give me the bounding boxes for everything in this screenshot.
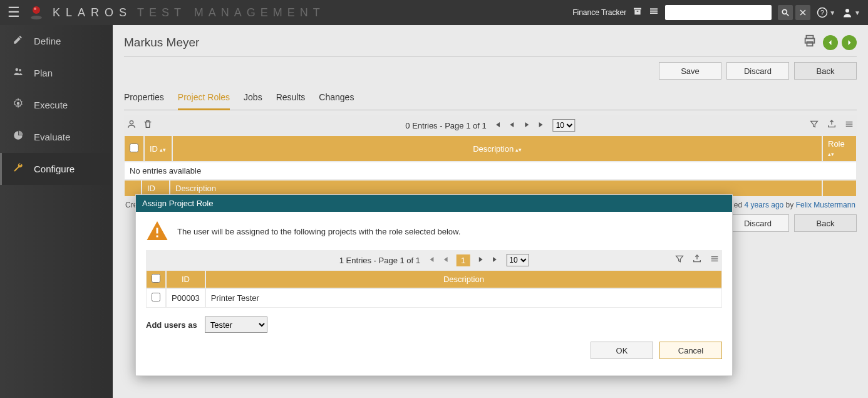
updated-trailing: ed	[734, 201, 742, 209]
wrench-icon	[11, 162, 25, 176]
arrow-right-icon	[845, 39, 853, 46]
cancel-button[interactable]: Cancel	[659, 342, 722, 359]
tab-properties[interactable]: Properties	[124, 87, 164, 110]
sidebar-item-label: Configure	[34, 164, 75, 174]
filter-icon[interactable]	[809, 119, 819, 132]
sidebar: Define Plan Execute Evaluate Configure	[0, 25, 113, 398]
action-button-row: Save Discard Back	[124, 57, 857, 87]
back-button-lower[interactable]: Back	[794, 214, 857, 232]
page-size-select[interactable]: 10	[553, 119, 576, 132]
search-button[interactable]	[778, 5, 793, 20]
export-icon[interactable]	[827, 119, 837, 132]
add-users-label: Add users as	[146, 320, 197, 330]
assign-user-icon[interactable]	[127, 119, 137, 132]
footer-role-blank	[822, 180, 857, 197]
pager-first-icon[interactable]	[426, 255, 435, 266]
klaros-logo-icon	[28, 4, 44, 21]
dialog-title: Assign Project Role	[136, 195, 732, 212]
sidebar-item-define[interactable]: Define	[0, 25, 113, 57]
row-id: P00003	[166, 288, 205, 308]
pager-next-icon[interactable]	[523, 120, 532, 131]
pager-last-icon[interactable]	[491, 255, 500, 266]
svg-point-17	[19, 69, 21, 71]
roles-pager: 0 Entries - Page 1 of 1 10	[405, 119, 575, 132]
dialog-toolbar: 1 Entries - Page 1 of 1 1 10	[146, 250, 722, 270]
svg-rect-6	[650, 8, 658, 9]
pager-prev-icon[interactable]	[508, 120, 517, 131]
dialog-warning-row: The user will be assigned to the followi…	[136, 216, 732, 250]
svg-text:?: ?	[820, 9, 824, 16]
warning-icon	[146, 219, 168, 244]
pager-last-icon[interactable]	[538, 120, 547, 131]
dialog-projects-table: ID Description P00003 Printer Tester	[146, 270, 722, 308]
brand-name: KLAROS	[53, 6, 132, 19]
svg-rect-27	[157, 236, 158, 238]
table-header-row: ID Description Role	[124, 135, 857, 162]
roles-table: ID Description Role	[124, 135, 857, 162]
current-page-badge: 1	[457, 254, 470, 266]
hamburger-menu-icon[interactable]: ☰	[8, 4, 20, 21]
row-description: Printer Tester	[205, 288, 722, 308]
updated-user-link[interactable]: Felix Mustermann	[796, 201, 855, 209]
menu-icon[interactable]	[844, 119, 854, 132]
tab-jobs[interactable]: Jobs	[244, 87, 262, 110]
discard-button[interactable]: Discard	[726, 62, 789, 80]
dialog-warning-text: The user will be assigned to the followi…	[177, 227, 460, 236]
col-id[interactable]: ID	[166, 270, 205, 288]
menu-icon[interactable]	[710, 254, 720, 266]
sidebar-item-label: Plan	[34, 68, 53, 78]
brand-subtitle: TEST MANAGEMENT	[137, 6, 325, 19]
col-id[interactable]: ID	[144, 135, 172, 162]
row-checkbox[interactable]	[146, 288, 166, 308]
sidebar-item-plan[interactable]: Plan	[0, 57, 113, 89]
sidebar-item-evaluate[interactable]: Evaluate	[0, 121, 113, 153]
discard-button-lower[interactable]: Discard	[726, 214, 789, 232]
nav-prev-button[interactable]	[823, 35, 838, 50]
clear-search-button[interactable]	[795, 5, 810, 20]
user-menu[interactable]: ▼	[842, 7, 860, 18]
pager-first-icon[interactable]	[493, 120, 502, 131]
project-label: Finance Tracker	[572, 8, 626, 17]
list-icon[interactable]	[649, 6, 659, 19]
help-menu[interactable]: ? ▼	[817, 7, 835, 18]
select-all-header[interactable]	[146, 270, 166, 288]
back-button[interactable]: Back	[794, 62, 857, 80]
print-icon[interactable]	[803, 34, 817, 51]
col-description[interactable]: Description	[172, 135, 822, 162]
nav-next-button[interactable]	[842, 35, 857, 50]
delete-icon[interactable]	[143, 119, 153, 132]
pager-prev-icon[interactable]	[442, 255, 450, 266]
svg-rect-3	[634, 8, 641, 10]
role-select[interactable]: Tester	[205, 317, 267, 333]
search-icon	[781, 8, 790, 17]
updated-ago-link[interactable]: 4 years ago	[745, 201, 784, 209]
pager-next-icon[interactable]	[476, 255, 485, 266]
tab-changes[interactable]: Changes	[319, 87, 354, 110]
no-entries-text: No entries available	[124, 162, 857, 180]
filter-icon[interactable]	[674, 254, 685, 266]
dialog-page-size-select[interactable]: 10	[506, 254, 529, 266]
tab-results[interactable]: Results	[276, 87, 306, 110]
export-icon[interactable]	[692, 254, 702, 266]
col-description[interactable]: Description	[205, 270, 722, 288]
dialog-actions: OK Cancel	[136, 338, 732, 368]
roles-toolbar: 0 Entries - Page 1 of 1 10	[124, 115, 857, 135]
save-button[interactable]: Save	[659, 62, 721, 80]
select-all-header[interactable]	[124, 135, 144, 162]
table-header-row: ID Description	[146, 270, 722, 288]
ok-button[interactable]: OK	[591, 342, 653, 359]
svg-point-16	[16, 68, 19, 71]
svg-point-1	[33, 6, 40, 14]
search-input[interactable]	[665, 5, 772, 20]
sidebar-item-configure[interactable]: Configure	[0, 153, 113, 185]
col-role[interactable]: Role	[822, 135, 857, 162]
sidebar-item-label: Evaluate	[34, 132, 70, 142]
archive-icon[interactable]	[633, 6, 643, 19]
table-row[interactable]: P00003 Printer Tester	[146, 288, 722, 308]
by-text2: by	[786, 201, 794, 209]
arrow-left-icon	[827, 39, 834, 46]
sidebar-item-execute[interactable]: Execute	[0, 89, 113, 121]
tab-project-roles[interactable]: Project Roles	[178, 87, 230, 110]
svg-point-22	[130, 121, 133, 124]
page-title-row: Markus Meyer	[124, 31, 857, 57]
